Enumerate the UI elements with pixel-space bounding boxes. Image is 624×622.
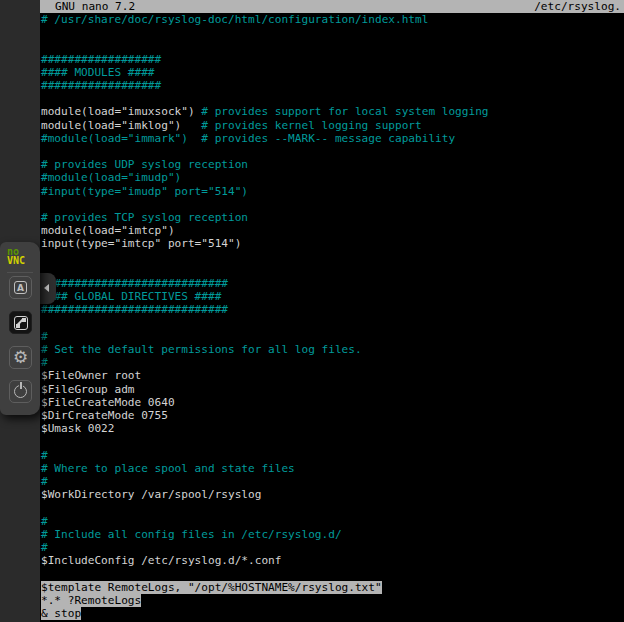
editor-line: $FileOwner root [41, 369, 624, 382]
comment-text: ################## [41, 53, 161, 66]
editor-line: *.* ?RemoteLogs [41, 594, 624, 607]
novnc-logo-vnc: VNC [7, 256, 40, 265]
editor-line [41, 317, 624, 330]
config-text: module(load="imuxsock") [41, 105, 201, 118]
editor-line [41, 568, 624, 581]
comment-text: # Include all config files in /etc/rsysl… [41, 528, 342, 541]
editor-line: # [41, 449, 624, 462]
comment-text: # provides support for local system logg… [201, 105, 488, 118]
comment-text: # [41, 449, 48, 462]
comment-text: #input(type="imudp" port="514") [41, 185, 248, 198]
editor-line: $template RemoteLogs, "/opt/%HOSTNAME%/r… [41, 581, 624, 594]
comment-text: #### GLOBAL DIRECTIVES #### [41, 290, 221, 303]
editor-line [41, 145, 624, 158]
editor-line [41, 39, 624, 52]
novnc-control-bar: no VNC A ⚙ [0, 242, 40, 415]
editor-line: # provides TCP syslog reception [41, 211, 624, 224]
config-text: $FileOwner root [41, 369, 141, 382]
editor-line [41, 92, 624, 105]
selected-text: & stop [41, 607, 81, 620]
fullscreen-icon [14, 316, 28, 330]
fullscreen-icon-diagonal [17, 319, 24, 326]
selected-text: *.* ?RemoteLogs [41, 594, 141, 607]
editor-line: $Umask 0022 [41, 422, 624, 435]
config-text: input(type="imtcp" port="514") [41, 237, 241, 250]
comment-text: # Where to place spool and state files [41, 462, 295, 475]
comment-text: # [41, 475, 48, 488]
fullscreen-button[interactable] [9, 311, 32, 334]
comment-text: ################## [41, 79, 161, 92]
keyboard-a-icon: A [14, 281, 27, 294]
comment-text: # [41, 330, 48, 343]
comment-text: #### MODULES #### [41, 66, 155, 79]
selected-text: $template RemoteLogs, "/opt/%HOSTNAME%/r… [41, 581, 382, 594]
comment-text: # provides TCP syslog reception [41, 211, 248, 224]
editor-line: #input(type="imudp" port="514") [41, 185, 624, 198]
editor-buffer[interactable]: # /usr/share/doc/rsyslog-doc/html/config… [40, 13, 624, 620]
editor-line: # /usr/share/doc/rsyslog-doc/html/config… [41, 13, 624, 26]
config-text: $Umask 0022 [41, 422, 114, 435]
comment-text: #module(load="immark") # provides --MARK… [41, 132, 455, 145]
comment-text: # /usr/share/doc/rsyslog-doc/html/config… [41, 13, 428, 26]
comment-text: # provides UDP syslog reception [41, 158, 248, 171]
editor-line: $WorkDirectory /var/spool/rsyslog [41, 488, 624, 501]
comment-text: ############################ [41, 277, 228, 290]
power-icon [14, 385, 27, 398]
terminal-window[interactable]: GNU nano 7.2 /etc/rsyslog. # /usr/share/… [40, 0, 624, 622]
settings-button[interactable]: ⚙ [9, 346, 32, 369]
editor-line: module(load="imklog") # provides kernel … [41, 119, 624, 132]
control-bar-handle[interactable] [40, 273, 56, 304]
config-text: module(load="imklog") [41, 119, 201, 132]
config-text: module(load="imtcp") [41, 224, 175, 237]
nano-filename: /etc/rsyslog. [534, 0, 621, 13]
editor-line: ############################ [41, 303, 624, 316]
gear-icon: ⚙ [13, 349, 28, 366]
editor-line: ################## [41, 79, 624, 92]
editor-line: module(load="imuxsock") # provides suppo… [41, 105, 624, 118]
editor-line: input(type="imtcp" port="514") [41, 237, 624, 250]
comment-text: # provides kernel logging support [201, 119, 421, 132]
comment-text: #module(load="imudp") [41, 171, 181, 184]
nano-version: GNU nano 7.2 [55, 0, 135, 13]
editor-line: $FileCreateMode 0640 [41, 396, 624, 409]
comment-text: # [41, 356, 48, 369]
editor-line [41, 198, 624, 211]
comment-text: # [41, 541, 48, 554]
editor-line [41, 264, 624, 277]
editor-line: # Include all config files in /etc/rsysl… [41, 528, 624, 541]
comment-text: # [41, 515, 48, 528]
editor-line: #### MODULES #### [41, 66, 624, 79]
config-text: $DirCreateMode 0755 [41, 409, 168, 422]
config-text: $FileCreateMode 0640 [41, 396, 175, 409]
editor-line: # provides UDP syslog reception [41, 158, 624, 171]
editor-line [41, 251, 624, 264]
editor-line [41, 436, 624, 449]
extra-keys-button[interactable]: A [9, 276, 32, 299]
editor-line: #### GLOBAL DIRECTIVES #### [41, 290, 624, 303]
novnc-logo: no VNC [0, 242, 40, 265]
editor-line: # [41, 541, 624, 554]
editor-line: # Where to place spool and state files [41, 462, 624, 475]
config-text: $IncludeConfig /etc/rsyslog.d/*.conf [41, 554, 281, 567]
editor-line: $DirCreateMode 0755 [41, 409, 624, 422]
config-text: $WorkDirectory /var/spool/rsyslog [41, 488, 261, 501]
editor-line: # [41, 330, 624, 343]
editor-line: # [41, 356, 624, 369]
editor-line [41, 26, 624, 39]
comment-text: ############################ [41, 303, 228, 316]
editor-line: & stop [41, 607, 624, 620]
nano-titlebar: GNU nano 7.2 /etc/rsyslog. [40, 0, 624, 13]
editor-line: ############################ [41, 277, 624, 290]
editor-line: $IncludeConfig /etc/rsyslog.d/*.conf [41, 554, 624, 567]
editor-line: module(load="imtcp") [41, 224, 624, 237]
disconnect-button[interactable] [9, 380, 32, 403]
editor-line: # Set the default permissions for all lo… [41, 343, 624, 356]
editor-line: # [41, 475, 624, 488]
editor-line: # [41, 515, 624, 528]
editor-line: ################## [41, 53, 624, 66]
editor-line: $FileGroup adm [41, 383, 624, 396]
panel-divider [7, 272, 33, 273]
editor-line [41, 502, 624, 515]
editor-line: #module(load="imudp") [41, 171, 624, 184]
editor-line: #module(load="immark") # provides --MARK… [41, 132, 624, 145]
